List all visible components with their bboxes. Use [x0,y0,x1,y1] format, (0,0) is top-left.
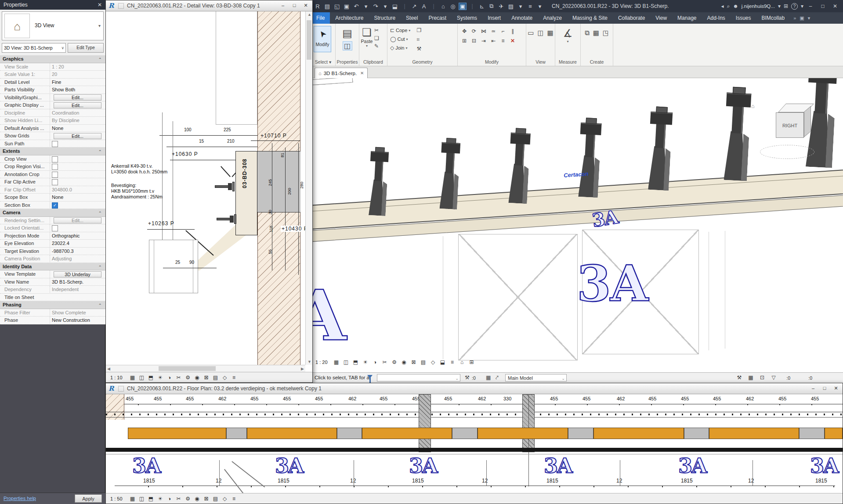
property-row[interactable]: Crop Region Visi... [0,163,105,171]
fly-mode-icon[interactable]: ✈ [497,3,505,10]
visual-style-icon[interactable]: ⬒ [352,359,359,365]
collapse-icon[interactable]: ◂ [721,3,724,9]
reveal-hidden-icon[interactable]: ◉ [401,359,408,365]
panel-label-select[interactable]: Select ▾ [311,59,335,66]
palette-header[interactable]: Properties ✕ [0,0,105,10]
qat-customize-caret[interactable]: ▾ [536,3,544,10]
constraints-icon[interactable]: ◇ [430,359,437,365]
dim-210[interactable]: 210 [227,139,235,144]
section-box-toggle-icon[interactable]: ⬓ [439,359,446,365]
undo-icon[interactable]: ↶ [352,3,360,10]
horizontal-scrollbar[interactable]: ◀▶ [106,365,305,372]
property-row[interactable]: Far Clip Offset 304800.0 [0,186,105,194]
measure-between-icon[interactable]: ∡ [555,27,580,40]
view-scale-button[interactable]: 1 : 20 [315,360,328,365]
property-row[interactable]: Section Box [0,202,105,209]
delete-icon[interactable]: ✕ [510,38,515,44]
plan-dim-top[interactable]: 462 [218,396,226,401]
hatch-caret-icon[interactable]: ▾ [517,3,525,10]
property-row[interactable]: Visibility/Graphi... Edit... [0,94,105,102]
apply-button[interactable]: Apply [75,494,102,503]
dim-55[interactable]: 55 [268,249,272,254]
dim-25[interactable]: 25 [175,260,180,265]
plan-dim-bottom[interactable]: 1815 [278,478,289,484]
dim-225[interactable]: 225 [224,127,231,132]
steel-anchor-bracket[interactable] [644,104,676,191]
plan-dim-top[interactable]: 455 [648,396,656,401]
ribbon-tab[interactable]: Annotate [506,12,538,24]
palette-close-icon[interactable]: ✕ [96,0,104,10]
property-row[interactable]: Camera [0,209,105,217]
default-3d-view-icon[interactable]: ⌂ [439,3,447,10]
offset-icon[interactable]: ⌐ [501,28,504,34]
edit-type-button[interactable]: Edit Type [68,43,104,53]
align-icon[interactable]: ⊾ [478,3,486,10]
minimize-button[interactable]: – [804,3,817,9]
dim-90[interactable]: 90 [189,260,194,265]
cut-to-clipboard-icon[interactable]: ✂ [374,27,379,33]
temporary-hide-icon[interactable]: ⊠ [203,496,210,502]
viewcube-home-icon[interactable]: ⌂ [751,103,755,109]
grids-icon[interactable]: ⊞ [468,359,475,365]
workset-combo[interactable]: Main Model⌄ [505,374,567,382]
signed-in-user[interactable]: j.nijenhuis9Q... [742,4,775,9]
ribbon-tab[interactable]: View [650,12,672,24]
close-button[interactable]: ✕ [829,3,841,9]
create-assembly-icon[interactable]: ◳ [603,29,609,37]
view-selector-dropdown[interactable]: 3D View: 3D B1-Scherp∨ [2,43,66,53]
view-properties-icon[interactable]: ≡ [449,359,456,365]
geometry-tool-caret-icon[interactable]: ▾ [405,46,407,50]
plan-dim-top[interactable]: 462 [478,396,486,401]
property-row[interactable]: Extents [0,148,105,155]
view-properties-icon[interactable]: ≡ [231,374,238,381]
plan-dim-bottom[interactable]: 1815 [143,478,155,484]
ribbon-tab[interactable]: Collaborate [613,12,650,24]
cope-icon[interactable]: ⊏ [390,27,394,33]
reveal-hidden-icon[interactable]: ◉ [194,374,201,381]
lintel-element[interactable] [247,428,337,439]
reveal-hidden-icon[interactable]: ◉ [194,496,201,502]
dim-200[interactable]: 200 [287,188,292,195]
property-row[interactable]: Default Analysis ... None [0,125,105,133]
steel-anchor-bracket[interactable] [436,136,463,209]
crop-view-icon[interactable]: ✂ [381,359,388,365]
dim-280[interactable]: 280 [299,182,304,189]
qat-customize-icon[interactable]: ≡ [526,3,534,10]
requests-icon[interactable]: ⤤ [496,374,499,381]
detail-drawing-canvas[interactable]: 100 225 15 210 +10710 P +10630 P Ankerra… [106,11,306,365]
redo-icon[interactable]: ↷ [372,3,380,10]
plan-dim-top[interactable]: 462 [348,396,356,401]
plan-dim-top[interactable]: 455 [550,396,558,401]
property-row[interactable]: Discipline Coordination [0,109,105,117]
property-row[interactable]: View Name 3D B1-Scherp. [0,278,105,286]
plan-dim-top[interactable]: 330 [503,396,511,401]
paint-icon[interactable]: ❐ [416,27,421,33]
property-row[interactable]: Phasing [0,301,105,309]
geometry-tool-label[interactable]: Join [395,45,404,50]
hatch-icon[interactable]: ▨ [507,3,515,10]
view-tab-3d-b1-scherp[interactable]: ⌂ 3D B1-Scherp. ✕ [315,68,368,78]
undo-caret-icon[interactable]: ▾ [362,3,370,10]
exclude-options-icon[interactable]: ▦ [747,374,754,381]
property-row[interactable]: Target Elevation -988700.3 [0,248,105,256]
worksharing-display-icon[interactable]: ▤ [420,359,427,365]
hide-category-icon[interactable]: ◫ [537,29,543,37]
ribbon-tab[interactable]: Add-Ins [702,12,730,24]
app-store-icon[interactable]: ⊞ [784,3,788,9]
level-10630[interactable]: +10630 P [172,151,198,157]
lintel-element[interactable] [593,428,684,439]
plan-dim-top[interactable]: 455 [583,396,590,401]
crop-region-icon[interactable]: ⚙ [185,496,192,502]
steel-anchor-bracket[interactable] [505,126,533,204]
viewcube-compass-ring[interactable] [760,145,814,159]
view-tab-close-icon[interactable]: ✕ [360,71,364,76]
rotate-icon[interactable]: ⟳ [472,28,476,34]
plan-dim-top[interactable]: 455 [186,396,194,401]
demolish-icon[interactable]: ⚒ [416,46,421,52]
plan-dim-top[interactable]: 462 [617,396,625,401]
property-row[interactable]: Scope Box None [0,194,105,202]
lintel-element[interactable] [362,428,452,439]
measure-icon[interactable]: ↗ [410,3,418,10]
type-properties-icon[interactable]: ◫ [343,41,352,50]
geometry-tool-label[interactable]: Cope [396,28,407,33]
